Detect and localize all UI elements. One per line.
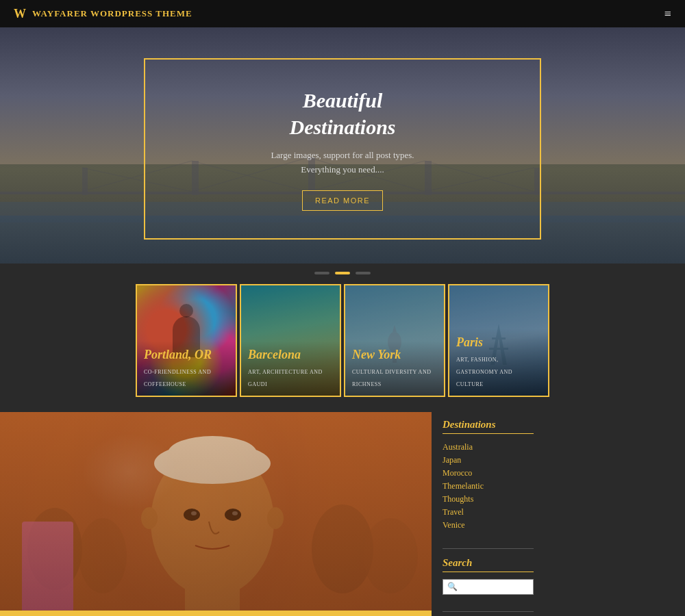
svg-point-31 [225, 509, 241, 521]
navbar: W WAYFARER WORDPRESS THEME ≡ [0, 0, 685, 27]
hamburger-menu-icon[interactable]: ≡ [664, 7, 671, 21]
hero-carousel-dots [0, 264, 685, 283]
article-bar: POSTED 2 YEARS AGO BY RADER READ MORE ♥ … [0, 611, 432, 616]
sidebar-destinations: Destinations Australia Japan Morocco The… [443, 419, 534, 532]
search-icon: 🔍 [447, 582, 458, 592]
sidebar-link-venice[interactable]: Venice [443, 519, 534, 532]
paris-subtitle: ART, FASHION, GASTRONOMY AND CULTURE [456, 357, 512, 387]
svg-point-24 [79, 518, 127, 593]
brand: W WAYFARER WORDPRESS THEME [14, 7, 192, 21]
carousel-dot-2[interactable] [335, 272, 350, 274]
destination-card-paris[interactable]: Paris ART, FASHION, GASTRONOMY AND CULTU… [448, 284, 549, 397]
carousel-dot-1[interactable] [314, 272, 329, 274]
destination-card-portland[interactable]: Portland, OR CO-FRIENDLINESS AND COFFEEH… [136, 284, 237, 397]
paris-card-content: Paris ART, FASHION, GASTRONOMY AND CULTU… [449, 329, 548, 396]
svg-rect-22 [0, 412, 432, 611]
search-input[interactable] [460, 583, 536, 591]
svg-point-34 [141, 507, 158, 529]
destination-card-newyork[interactable]: New York CULTURAL DIVERSITY AND RICHNESS [344, 284, 445, 397]
paris-title: Paris [456, 335, 541, 350]
article-section: POSTED 2 YEARS AGO BY RADER READ MORE ♥ … [0, 412, 432, 616]
sidebar-search: Search 🔍 [443, 557, 534, 595]
sidebar-search-title: Search [443, 557, 534, 572]
sidebar-search-box[interactable]: 🔍 [443, 579, 534, 595]
main-content: POSTED 2 YEARS AGO BY RADER READ MORE ♥ … [0, 412, 685, 616]
newyork-subtitle: CULTURAL DIVERSITY AND RICHNESS [352, 369, 431, 387]
svg-point-35 [267, 507, 284, 529]
svg-point-29 [168, 436, 257, 470]
svg-rect-36 [185, 583, 240, 611]
sidebar-link-themelantic[interactable]: Themelantic [443, 480, 534, 493]
barcelona-subtitle: ART, ARCHITECTURE AND GAUDI [248, 369, 323, 387]
hero-read-more-button[interactable]: READ MORE [302, 190, 383, 211]
svg-point-27 [151, 446, 274, 597]
sidebar-link-japan[interactable]: Japan [443, 454, 534, 467]
svg-point-25 [312, 504, 373, 593]
carousel-dot-3[interactable] [356, 272, 371, 274]
destination-cards-row: Portland, OR CO-FRIENDLINESS AND COFFEEH… [0, 283, 685, 412]
sidebar-destinations-title: Destinations [443, 419, 534, 434]
hero-content-box: Beautiful Destinations Large images, sup… [144, 58, 541, 240]
svg-point-33 [232, 511, 238, 515]
hero-subtitle: Large images, support for all post types… [271, 149, 414, 177]
sidebar-divider-2 [443, 611, 534, 612]
sidebar-link-australia[interactable]: Australia [443, 441, 534, 454]
newyork-title: New York [352, 348, 437, 362]
sidebar-link-morocco[interactable]: Morocco [443, 467, 534, 480]
sidebar-link-thoughts[interactable]: Thoughts [443, 493, 534, 506]
sidebar-link-travel[interactable]: Travel [443, 506, 534, 519]
portland-subtitle: CO-FRIENDLINESS AND COFFEEHOUSE [144, 369, 211, 387]
portland-title: Portland, OR [144, 348, 229, 362]
sidebar-divider-1 [443, 548, 534, 549]
barcelona-title: Barcelona [248, 348, 333, 362]
portland-card-content: Portland, OR CO-FRIENDLINESS AND COFFEEH… [137, 341, 236, 396]
svg-point-23 [27, 508, 82, 590]
article-image [0, 412, 432, 611]
svg-point-26 [363, 518, 418, 593]
hero-title: Beautiful Destinations [289, 87, 395, 140]
brand-name: WAYFARER WORDPRESS THEME [32, 8, 192, 19]
svg-point-28 [154, 443, 271, 484]
svg-point-30 [184, 509, 200, 521]
sidebar: Destinations Australia Japan Morocco The… [432, 412, 545, 616]
hero-section: Beautiful Destinations Large images, sup… [0, 27, 685, 264]
article-face-photo [0, 412, 432, 611]
svg-point-32 [191, 511, 197, 515]
logo-symbol: W [14, 7, 27, 21]
newyork-card-content: New York CULTURAL DIVERSITY AND RICHNESS [345, 341, 444, 396]
barcelona-card-content: Barcelona ART, ARCHITECTURE AND GAUDI [241, 341, 340, 396]
destination-card-barcelona[interactable]: Barcelona ART, ARCHITECTURE AND GAUDI [240, 284, 341, 397]
